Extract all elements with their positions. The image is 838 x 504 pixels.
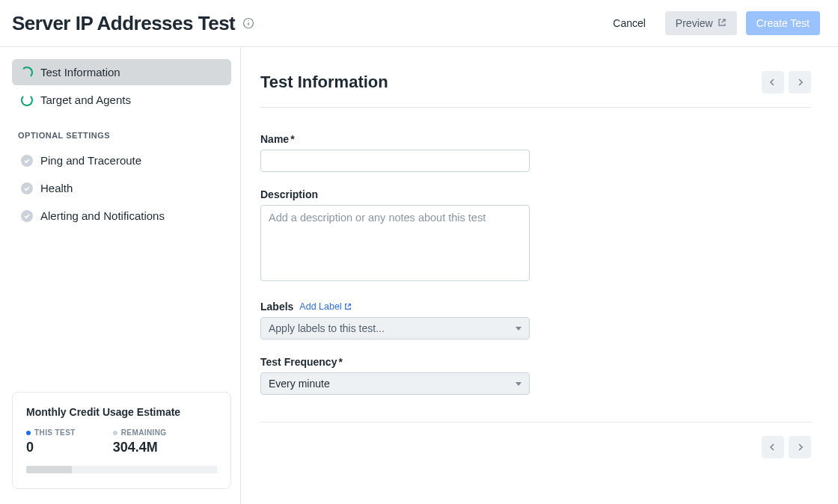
arrow-right-icon <box>795 443 804 452</box>
sidebar-item-target-agents[interactable]: Target and Agents <box>12 87 231 113</box>
prev-button[interactable] <box>762 71 784 93</box>
progress-partial-icon <box>21 67 33 79</box>
info-icon[interactable] <box>242 17 254 29</box>
usage-this-label: THIS TEST <box>26 428 76 437</box>
sidebar-item-test-information[interactable]: Test Information <box>12 59 231 85</box>
usage-this-value: 0 <box>26 440 76 455</box>
labels-select-value: Apply labels to this test... <box>269 322 385 334</box>
field-labels: Labels Add Label Apply labels to this te… <box>260 301 530 339</box>
sidebar-item-label: Alerting and Notifications <box>40 209 165 222</box>
form: Name* Description Labels Add Label Apply… <box>260 108 530 395</box>
name-input[interactable] <box>260 150 530 172</box>
external-link-icon <box>344 303 352 310</box>
sidebar-section-heading: OPTIONAL SETTINGS <box>12 114 231 146</box>
check-icon <box>21 210 33 222</box>
usage-bar <box>26 466 217 473</box>
dot-icon <box>113 431 117 435</box>
chevron-down-icon <box>516 327 522 331</box>
arrow-left-icon <box>768 443 777 452</box>
page-title: Server IP Addresses Test <box>12 12 235 35</box>
description-label: Description <box>260 188 530 200</box>
sidebar-item-label: Target and Agents <box>40 93 131 106</box>
add-label-link[interactable]: Add Label <box>299 301 351 312</box>
usage-remaining-value: 304.4M <box>113 440 167 455</box>
frequency-select[interactable]: Every minute <box>260 372 530 395</box>
description-input[interactable] <box>260 205 530 281</box>
svg-point-2 <box>248 20 249 21</box>
preview-button[interactable]: Preview <box>665 11 737 35</box>
name-label: Name* <box>260 133 530 145</box>
sidebar-nav: Test Information Target and Agents OPTIO… <box>12 59 231 229</box>
page-header: Server IP Addresses Test Cancel Preview … <box>0 0 838 47</box>
main-content: Test Information Name* Description <box>241 47 838 504</box>
dot-icon <box>26 431 31 435</box>
sidebar: Test Information Target and Agents OPTIO… <box>0 47 241 504</box>
progress-empty-icon <box>21 94 33 106</box>
section-nav-buttons <box>762 71 811 93</box>
next-button[interactable] <box>789 71 811 93</box>
prev-button[interactable] <box>762 436 784 458</box>
usage-bar-fill <box>26 466 72 473</box>
usage-card: Monthly Credit Usage Estimate THIS TEST … <box>12 392 231 489</box>
field-frequency: Test Frequency* Every minute <box>260 356 530 395</box>
section-title: Test Information <box>260 73 388 92</box>
preview-button-label: Preview <box>676 17 713 29</box>
usage-remaining: REMAINING 304.4M <box>113 428 167 455</box>
section-footer <box>260 422 811 458</box>
cancel-button[interactable]: Cancel <box>602 11 656 35</box>
create-test-button[interactable]: Create Test <box>746 11 820 35</box>
chevron-down-icon <box>516 382 522 386</box>
check-icon <box>21 155 33 167</box>
usage-title: Monthly Credit Usage Estimate <box>26 406 217 418</box>
labels-select[interactable]: Apply labels to this test... <box>260 317 530 339</box>
section-header: Test Information <box>260 71 811 108</box>
field-description: Description <box>260 188 530 284</box>
sidebar-item-label: Health <box>40 182 73 194</box>
sidebar-item-alerting[interactable]: Alerting and Notifications <box>12 203 231 229</box>
required-mark: * <box>290 133 294 145</box>
section-nav-buttons-bottom <box>762 436 811 458</box>
frequency-select-value: Every minute <box>269 378 330 390</box>
arrow-right-icon <box>795 78 804 87</box>
field-name: Name* <box>260 133 530 172</box>
usage-remaining-label: REMAINING <box>113 428 167 437</box>
check-icon <box>21 182 33 194</box>
next-button[interactable] <box>789 436 811 458</box>
sidebar-item-health[interactable]: Health <box>12 175 231 201</box>
frequency-label: Test Frequency* <box>260 356 530 368</box>
body: Test Information Target and Agents OPTIO… <box>0 47 838 504</box>
sidebar-item-label: Ping and Traceroute <box>40 154 141 167</box>
usage-this-test: THIS TEST 0 <box>26 428 76 455</box>
external-link-icon <box>718 17 727 29</box>
sidebar-item-ping-traceroute[interactable]: Ping and Traceroute <box>12 147 231 173</box>
usage-row: THIS TEST 0 REMAINING 304.4M <box>26 428 217 455</box>
title-wrap: Server IP Addresses Test <box>12 12 254 35</box>
header-actions: Cancel Preview Create Test <box>602 11 820 35</box>
arrow-left-icon <box>768 78 777 87</box>
labels-label: Labels Add Label <box>260 301 530 313</box>
required-mark: * <box>338 356 342 368</box>
sidebar-item-label: Test Information <box>40 66 120 79</box>
